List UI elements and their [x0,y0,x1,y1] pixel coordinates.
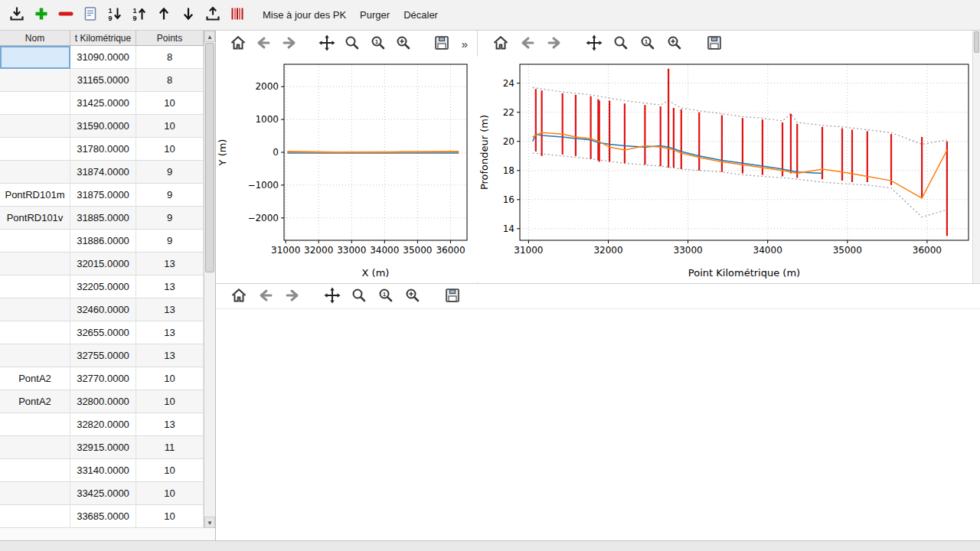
pk-cell[interactable]: 32915.0000 [70,436,136,459]
zoom-rect-button[interactable] [664,33,685,54]
zoom-button[interactable] [610,33,632,54]
points-cell[interactable]: 13 [136,413,204,436]
sort-ascending-button[interactable]: 19 [127,3,152,28]
points-cell[interactable]: 10 [136,138,204,161]
plots-scrollbar-thumb[interactable] [974,31,979,53]
points-cell[interactable]: 13 [136,298,204,321]
home-button[interactable] [490,33,511,54]
table-row[interactable]: 32655.000013 [0,321,204,344]
nom-cell[interactable] [0,92,70,115]
nom-cell[interactable] [0,230,70,253]
decaler-button[interactable]: Décaler [397,5,445,24]
nom-cell[interactable] [0,413,70,436]
points-cell[interactable]: 10 [136,390,204,413]
pk-cell[interactable]: 31875.0000 [70,184,136,207]
points-cell[interactable]: 10 [136,115,204,138]
nom-cell[interactable] [0,505,70,528]
nom-cell[interactable] [0,253,70,276]
pk-cell[interactable]: 31780.0000 [70,138,136,161]
table-row[interactable]: 33685.000010 [0,505,204,528]
back-button[interactable] [517,33,538,54]
scroll-up-icon[interactable]: ▲ [204,31,215,42]
save-button[interactable] [442,285,463,307]
points-cell[interactable]: 13 [136,253,204,276]
scrollbar-track[interactable] [204,42,215,517]
pk-cell[interactable]: 31885.0000 [70,207,136,230]
table-row[interactable]: 31425.000010 [0,92,204,115]
table-row[interactable]: 33140.000010 [0,459,204,482]
pk-cell[interactable]: 32820.0000 [70,413,136,436]
table-scrollbar[interactable]: ▲ ▼ [204,31,215,528]
nom-cell[interactable] [0,115,70,138]
nom-cell[interactable]: PontA2 [0,390,70,413]
table-row[interactable]: PontRD101m31875.00009 [0,184,204,207]
table-row[interactable]: 31886.00009 [0,230,204,253]
nom-cell[interactable]: PontA2 [0,367,70,390]
pk-cell[interactable]: 31090.0000 [70,46,136,69]
home-button[interactable] [228,285,250,307]
table-row[interactable]: 32460.000013 [0,298,204,321]
points-cell[interactable]: 8 [136,69,204,92]
pk-cell[interactable]: 32800.0000 [70,390,136,413]
scrollbar-thumb[interactable] [205,43,214,272]
move-down-button[interactable] [176,3,201,28]
forward-button[interactable] [544,33,565,54]
points-cell[interactable]: 10 [136,505,204,528]
points-cell[interactable]: 13 [136,321,204,344]
points-cell[interactable]: 13 [136,276,204,298]
points-cell[interactable]: 8 [136,46,204,69]
table-row[interactable]: 32915.000011 [0,436,204,459]
nom-cell[interactable] [0,344,70,367]
zoom-button[interactable] [348,285,370,307]
table-row[interactable]: PontRD101v31885.00009 [0,207,204,230]
column-header-points[interactable]: Points [136,31,204,45]
profiles-button[interactable] [225,3,250,28]
table-row[interactable]: 31780.000010 [0,138,204,161]
pk-cell[interactable]: 32755.0000 [70,344,136,367]
table-row[interactable]: 33425.000010 [0,482,204,505]
save-button[interactable] [704,33,725,54]
points-cell[interactable]: 9 [136,207,204,230]
pk-cell[interactable]: 31886.0000 [70,230,136,253]
points-cell[interactable]: 10 [136,92,204,115]
sort-descending-button[interactable]: 19 [103,3,127,28]
points-cell[interactable]: 9 [136,230,204,253]
table-row[interactable]: 31590.000010 [0,115,204,138]
add-button[interactable] [29,3,54,28]
pk-cell[interactable]: 32015.0000 [70,253,136,276]
table-row[interactable]: 31090.00008 [0,46,204,69]
nom-cell[interactable] [0,276,70,298]
pan-button[interactable] [322,285,343,307]
nom-cell[interactable] [0,298,70,321]
zoom-original-button[interactable]: 1 [375,285,397,307]
zoom-rect-button[interactable] [402,285,423,307]
zoom-rect-button[interactable] [394,33,413,54]
nom-cell[interactable] [0,161,70,184]
table-row[interactable]: 32755.000013 [0,344,204,367]
pan-button[interactable] [583,33,605,54]
edit-form-button[interactable] [78,3,103,28]
points-cell[interactable]: 10 [136,459,204,482]
nom-cell[interactable] [0,69,70,92]
pk-cell[interactable]: 32205.0000 [70,276,136,298]
pk-cell[interactable]: 33425.0000 [70,482,136,505]
points-cell[interactable]: 11 [136,436,204,459]
points-cell[interactable]: 13 [136,344,204,367]
table-row[interactable]: 31874.00009 [0,161,204,184]
profile-chart[interactable]: 3100032000330003400035000360001416182022… [478,57,972,282]
pk-cell[interactable]: 32460.0000 [70,298,136,321]
column-header-nom[interactable]: Nom [0,31,70,45]
home-button[interactable] [228,33,248,54]
back-button[interactable] [255,285,276,307]
pk-cell[interactable]: 33685.0000 [70,505,136,528]
pk-cell[interactable]: 31165.0000 [70,69,136,92]
plots-scrollbar[interactable] [972,31,980,283]
nom-cell[interactable] [0,321,70,344]
pk-cell[interactable]: 32770.0000 [70,367,136,390]
zoom-button[interactable] [342,33,362,54]
nom-cell[interactable]: PontRD101v [0,207,70,230]
pk-cell[interactable]: 31425.0000 [70,92,136,115]
zoom-original-button[interactable]: 1 [637,33,658,54]
pk-cell[interactable]: 31874.0000 [70,161,136,184]
purger-button[interactable]: Purger [353,5,397,24]
